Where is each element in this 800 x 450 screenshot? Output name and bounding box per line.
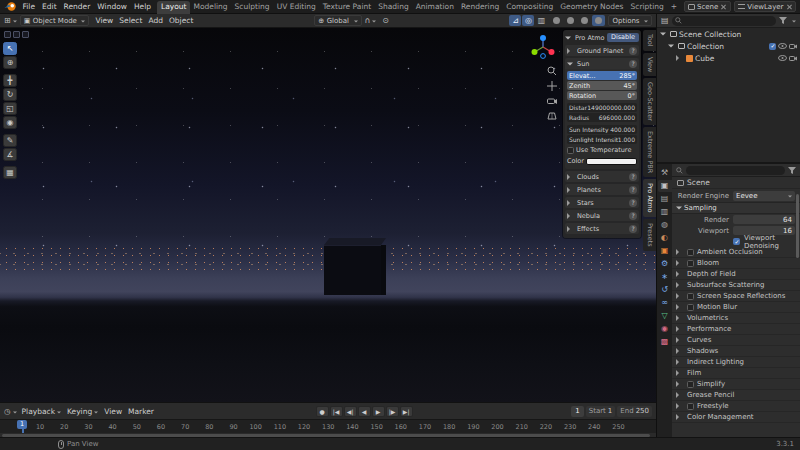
properties-section[interactable]: Subsurface Scattering (672, 280, 800, 291)
properties-section[interactable]: Freestyle (672, 401, 800, 412)
properties-tab[interactable]: ▥ (658, 206, 672, 218)
collapse-icon[interactable] (565, 36, 571, 42)
sun-section-header[interactable]: Sun (565, 58, 639, 69)
camera-view-icon[interactable] (547, 96, 557, 106)
tool-button[interactable]: ▦ (3, 166, 17, 179)
timeline-menu-item[interactable]: Playback (19, 407, 64, 416)
menu-item[interactable]: Window (94, 0, 131, 13)
outliner-row-collection[interactable]: Collection (657, 40, 800, 52)
playback-button[interactable]: |◀ (330, 406, 343, 417)
use-temperature-checkbox[interactable] (567, 147, 574, 154)
section-checkbox[interactable] (687, 260, 694, 267)
remove-viewlayer-icon[interactable] (786, 4, 792, 10)
timeline-menu-item[interactable]: View (101, 407, 125, 416)
help-icon[interactable] (629, 225, 637, 233)
properties-section[interactable]: Performance (672, 324, 800, 335)
workspace-tab[interactable]: Layout (157, 1, 190, 14)
sun-elevation-slider[interactable]: Elevat...285° (567, 71, 637, 80)
shading-mode-button[interactable] (550, 15, 563, 26)
workspace-tab[interactable]: Sculpting (231, 1, 273, 14)
sun-intensity-field[interactable]: Sun Intensity400.000 (567, 125, 637, 134)
workspace-tab[interactable]: Shading (375, 1, 412, 14)
hide-eye-icon[interactable] (778, 43, 787, 49)
tool-button[interactable]: ∡ (3, 148, 17, 161)
playhead[interactable]: 1 (22, 420, 24, 433)
expand-icon[interactable] (660, 33, 666, 39)
properties-tab[interactable]: ▽ (658, 310, 672, 322)
section-checkbox[interactable] (687, 293, 694, 300)
transform-orientation-selector[interactable]: ⊕ Global (314, 15, 361, 26)
scene-selector[interactable]: Scene (684, 1, 731, 12)
playback-button[interactable]: ◀ (358, 406, 371, 417)
collection-exclude-checkbox[interactable] (769, 43, 776, 50)
cube-object[interactable] (324, 238, 386, 295)
viewport-canvas[interactable]: ↖⊕╋↻◱◉✎∡▦ Pro Atmo Disable (0, 28, 656, 402)
tool-button[interactable]: ↻ (3, 88, 17, 101)
workspace-tab[interactable]: + (667, 1, 680, 14)
zoom-icon[interactable] (547, 66, 557, 76)
workspace-tab[interactable]: Compositing (503, 1, 557, 14)
properties-tab[interactable]: ▩ (658, 336, 672, 348)
filter-icon[interactable] (788, 167, 796, 174)
timeline-ruler[interactable]: 1020304050607080901001101201301401501601… (0, 419, 656, 433)
section-checkbox[interactable] (687, 304, 694, 311)
disable-render-camera-icon[interactable] (789, 55, 797, 61)
unlink-scene-icon[interactable] (721, 4, 727, 10)
outliner-row-scene-collection[interactable]: Scene Collection (657, 28, 800, 40)
viewport-toggle-icon[interactable]: ⊿ (509, 15, 521, 26)
render-samples-field[interactable]: 64 (733, 215, 795, 224)
timeline-menu-item[interactable]: Marker (125, 407, 157, 416)
outliner-row-cube[interactable]: Cube (657, 52, 800, 64)
filter-icon[interactable] (779, 17, 787, 24)
menu-item[interactable]: Help (130, 0, 154, 13)
tool-button[interactable]: ⊕ (3, 56, 17, 69)
editor-type-button[interactable]: ◷ (4, 407, 17, 416)
properties-section[interactable]: Color Management (672, 412, 800, 423)
properties-section[interactable]: Curves (672, 335, 800, 346)
disable-button[interactable]: Disable (607, 33, 639, 42)
workspace-tab[interactable]: Scripting (627, 1, 667, 14)
shading-mode-button[interactable] (564, 15, 577, 26)
tool-button[interactable]: ✎ (3, 134, 17, 147)
help-icon[interactable] (629, 47, 637, 55)
sunlight-intensity-field[interactable]: Sunlight Intensity1.000 (567, 135, 637, 144)
workspace-tab[interactable]: Modeling (190, 1, 231, 14)
viewport-corner-icons[interactable] (4, 31, 29, 38)
workspace-tab[interactable]: UV Editing (273, 1, 319, 14)
mode-selector[interactable]: ▣ Object Mode (20, 15, 90, 26)
playback-button[interactable]: ◀| (344, 406, 357, 417)
playback-button[interactable]: |▶ (386, 406, 399, 417)
help-icon[interactable] (629, 199, 637, 207)
panel-section[interactable]: Planets (565, 184, 639, 195)
scrollbar[interactable] (796, 194, 799, 258)
properties-tab[interactable]: ▣ (658, 180, 672, 192)
properties-section[interactable]: Indirect Lighting (672, 357, 800, 368)
menu-item[interactable]: Edit (39, 0, 61, 13)
properties-section[interactable]: Grease Pencil (672, 390, 800, 401)
properties-section[interactable]: Screen Space Reflections (672, 291, 800, 302)
section-checkbox[interactable] (687, 249, 694, 256)
sun-radius-field[interactable]: Radius696000.000 (567, 113, 637, 122)
workspace-tab[interactable]: Animation (412, 1, 457, 14)
sidebar-tab[interactable]: View (643, 53, 656, 76)
expand-icon[interactable] (668, 45, 674, 51)
playback-button[interactable]: ● (316, 406, 329, 417)
properties-section[interactable]: Shadows (672, 346, 800, 357)
properties-tab[interactable]: ⚙ (658, 258, 672, 270)
frame-start-field[interactable]: Start 1 (586, 406, 616, 417)
sidebar-tab[interactable]: Extreme PBR (643, 127, 656, 177)
properties-section[interactable]: Depth of Field (672, 269, 800, 280)
properties-section[interactable]: Volumetrics (672, 313, 800, 324)
sun-distance-field[interactable]: Distan149000000.000 (567, 103, 637, 112)
viewport-menu-item[interactable]: Select (116, 14, 145, 27)
navigation-gizmo[interactable] (530, 34, 556, 62)
properties-search-input[interactable] (686, 166, 785, 175)
viewport-menu-item[interactable]: View (92, 14, 116, 27)
panel-section[interactable]: Stars (565, 197, 639, 208)
disable-render-camera-icon[interactable] (789, 43, 797, 49)
panel-section[interactable]: Clouds (565, 171, 639, 182)
sampling-section-header[interactable]: Sampling (672, 203, 800, 214)
snap-magnet-icon[interactable]: ∩ (365, 15, 377, 26)
tool-button[interactable]: ◱ (3, 102, 17, 115)
properties-tab[interactable]: ∞ (658, 297, 672, 309)
